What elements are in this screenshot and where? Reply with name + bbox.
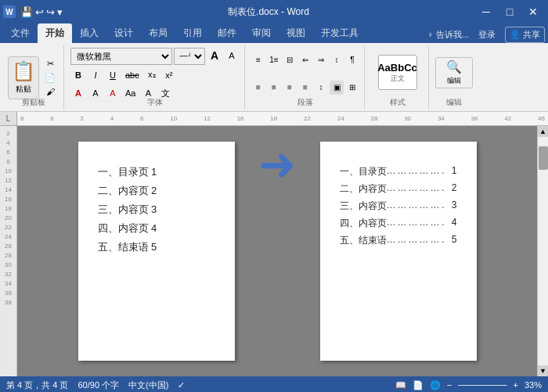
tab-references[interactable]: 引用 [175,23,210,43]
find-replace-button[interactable]: 🔍 编辑 [435,57,473,88]
arrow-container: ➜ [258,142,297,187]
bullets-button[interactable]: ≡ [251,53,265,67]
vr-num: 8 [6,158,9,165]
tab-home[interactable]: 开始 [38,23,72,43]
styles-group: AaBbCc 正文 样式 [366,45,429,110]
superscript-button[interactable]: x² [161,67,177,83]
justify-button[interactable]: ≡ [298,81,312,95]
shading-button[interactable]: ▣ [330,81,344,95]
subscript-button[interactable]: x₂ [144,67,160,83]
tab-file[interactable]: 文件 [3,23,38,43]
vr-num: 36 [5,290,12,297]
vr-num: 18 [5,205,12,212]
tab-review[interactable]: 审阅 [244,23,279,43]
cut-button[interactable]: ✂ [41,57,59,70]
left-page-content: 一、目录页 1 二、内容页 2 三、内容页 3 四、内容页 4 五、结束语 5 [98,165,215,254]
format-painter-button[interactable]: 🖌 [41,85,59,98]
italic-button[interactable]: I [88,67,103,83]
right-page-content: 一、目录页 …………………………… 1 二、内容页 …………………………… 2 … [340,165,457,247]
align-right-button[interactable]: ≡ [283,81,297,95]
zoom-in-button[interactable]: + [514,380,518,390]
tab-developer[interactable]: 开发工具 [313,23,366,43]
ruler-mark: 12 [204,115,211,122]
ruler-mark: 42 [504,115,511,122]
list-item: 四、内容页 4 [98,221,215,236]
strikethrough-button[interactable]: abc [122,67,142,83]
numbering-button[interactable]: 1≡ [267,53,281,67]
editing-label: 编辑 [447,76,461,86]
undo-icon[interactable]: ↩ [35,6,44,18]
ruler-corner[interactable]: L [0,112,17,126]
zoom-out-button[interactable]: − [447,380,452,390]
spell-check-icon[interactable]: ✓ [178,380,185,390]
ruler-mark: 46 [538,115,545,122]
status-bar: 第 4 页，共 4 页 60/90 个字 中文(中国) ✓ 📖 📄 🌐 − ──… [0,376,548,392]
list-item: 三、内容页 …………………………… 3 [340,200,457,213]
maximize-button[interactable]: □ [498,0,521,23]
font-size-select[interactable]: 一号 [174,48,205,65]
show-formatting-button[interactable]: ¶ [345,53,359,67]
underline-button[interactable]: U [105,67,121,83]
window-controls: ─ □ ✕ [474,0,545,23]
ruler-mark: 10 [170,115,177,122]
vr-num: 22 [5,224,12,231]
increase-indent-button[interactable]: ⇒ [314,53,328,67]
ribbon-tabs: 文件 开始 插入 设计 布局 引用 邮件 审阅 视图 开发工具 ♀ 告诉我...… [0,23,548,43]
redo-icon[interactable]: ↪ [46,6,55,18]
ruler-mark: 2 [81,115,84,122]
tab-mail[interactable]: 邮件 [210,23,244,43]
paste-label: 粘贴 [16,84,31,95]
decrease-indent-button[interactable]: ⇐ [298,53,312,67]
para-inner: ≡ 1≡ ⊟ ⇐ ⇒ ↕ ¶ ≡ ≡ ≡ ≡ ↕ ▣ ⊞ [251,47,359,102]
multilevel-list-button[interactable]: ⊟ [283,53,297,67]
scroll-thumb[interactable] [539,146,548,170]
tab-view[interactable]: 视图 [279,23,313,43]
ruler-area: L 8 6 2 4 6 10 12 16 18 22 24 28 30 34 3… [0,112,548,126]
bold-button[interactable]: B [70,67,86,83]
vertical-scrollbar[interactable]: ▲ ▼ [537,126,548,376]
style-normal-button[interactable]: AaBbCc 正文 [378,55,417,90]
paste-button[interactable]: 📋 粘贴 [8,56,39,99]
copy-button[interactable]: 📄 [41,71,59,84]
toc-page-num: 2 [445,182,457,196]
sort-button[interactable]: ↕ [330,53,344,67]
change-case-button[interactable]: Aa [122,85,139,101]
text-effect-button[interactable]: A [70,85,86,101]
zoom-slider[interactable]: ──────── [458,380,507,390]
align-left-button[interactable]: ≡ [251,81,265,95]
ruler-marks: 8 6 2 4 6 10 12 16 18 22 24 28 30 34 36 … [20,115,545,122]
ruler-mark: 6 [140,115,143,122]
list-item: 一、目录页 1 [98,165,215,179]
vr-num: 2 [6,130,9,137]
scroll-up-button[interactable]: ▲ [538,126,548,137]
shrink-font-button[interactable]: A [224,48,240,63]
vr-num: 28 [5,252,12,259]
highlight-button[interactable]: A [88,85,103,101]
vr-num: 6 [6,149,9,156]
tab-insert[interactable]: 插入 [72,23,106,43]
title-text: 制表位.docx - Word [63,5,474,19]
align-center-button[interactable]: ≡ [267,81,281,95]
login-btn[interactable]: 登录 [478,29,496,41]
vr-num: 14 [5,186,12,193]
grow-font-button[interactable]: A [207,48,222,63]
print-layout-icon[interactable]: 📄 [413,380,424,390]
tab-layout[interactable]: 布局 [141,23,175,43]
ruler-mark: 6 [50,115,53,122]
font-color-button[interactable]: A [105,85,121,101]
save-icon[interactable]: 💾 [20,6,33,18]
close-button[interactable]: ✕ [521,0,545,23]
font-name-select[interactable]: 微软雅黑 [70,48,172,65]
tell-me-btn[interactable]: ♀ 告诉我... [427,29,468,41]
web-layout-icon[interactable]: 🌐 [430,380,441,390]
scroll-track[interactable] [538,137,548,365]
share-btn[interactable]: 👤 共享 [505,27,545,43]
tab-design[interactable]: 设计 [106,23,141,43]
minimize-button[interactable]: ─ [474,0,498,23]
more-icon[interactable]: ▾ [57,6,63,18]
vr-num: 34 [5,280,12,287]
scroll-down-button[interactable]: ▼ [538,365,548,376]
read-mode-icon[interactable]: 📖 [395,380,406,390]
line-spacing-button[interactable]: ↕ [314,81,328,95]
borders-button[interactable]: ⊞ [345,81,359,95]
